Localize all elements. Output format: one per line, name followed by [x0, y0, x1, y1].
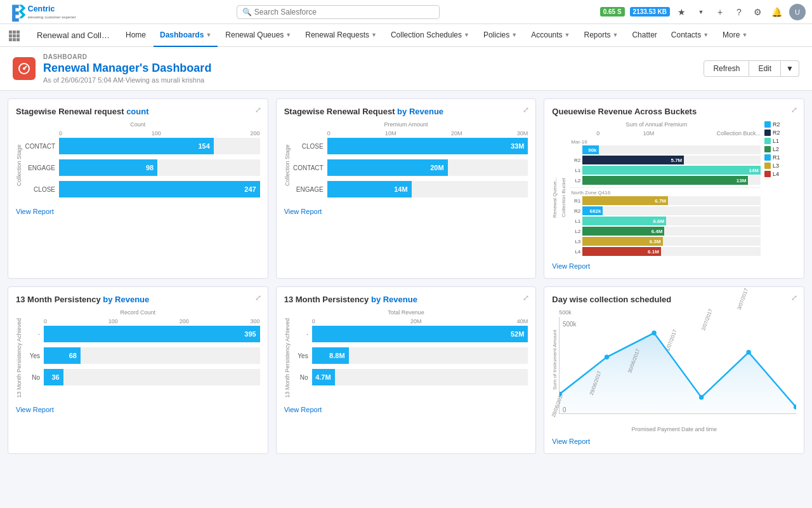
- chart2-x-tick-0: 0: [327, 130, 331, 137]
- chevron-down-icon[interactable]: ▼: [694, 5, 708, 19]
- nav-reports[interactable]: Reports ▼: [578, 24, 625, 47]
- nav-home-label: Home: [126, 30, 146, 39]
- dashboard-actions-dropdown[interactable]: ▼: [781, 60, 799, 77]
- refresh-button[interactable]: Refresh: [704, 60, 749, 77]
- chart3-title: Queuewise Revenue Across Buckets: [552, 107, 796, 116]
- chart4-title-plain: 13 Month Persistency: [16, 295, 103, 304]
- nav-home[interactable]: Home: [119, 24, 152, 47]
- kb-badge: 2133.53 KB: [630, 7, 670, 17]
- chart5-bar-value-0: 52M: [312, 326, 528, 342]
- legend-label-r2-1: R2: [773, 121, 780, 128]
- chart2-x-tick-1: 10M: [385, 130, 396, 137]
- chart3-bar-13m: 13M: [582, 176, 748, 185]
- chart6-y-label: Sum of Instrument Amount: [552, 309, 558, 411]
- chart3-content: Sum of Annual Premium 0 10M Collection B…: [552, 121, 796, 257]
- chart6-content: Sum of Instrument Amount 500k: [552, 309, 796, 411]
- chart2-title: Stagewise Renewal Request by Revenue: [284, 107, 528, 116]
- nav-collection-schedules-label: Collection Schedules: [391, 30, 462, 39]
- star-icon[interactable]: ★: [675, 5, 689, 19]
- svg-rect-4: [9, 30, 12, 34]
- legend-label-r2-2: R2: [773, 130, 780, 136]
- search-bar[interactable]: 🔍: [237, 5, 440, 19]
- chart2-x-tick-2: 20M: [451, 130, 462, 137]
- nav-renewal-requests-chevron: ▼: [371, 32, 377, 38]
- chart-stagewise-count: Stagewise Renewal request count ⤢ Count …: [8, 98, 268, 279]
- chart3-row-label-r2: R2: [570, 157, 582, 163]
- legend-label-l3: L3: [773, 163, 779, 169]
- dash-title-block: DASHBOARD Renewal Manager's Dashboard As…: [43, 53, 211, 84]
- avatar[interactable]: U: [789, 4, 806, 20]
- chart1-title: Stagewise Renewal request count: [16, 107, 260, 116]
- chart1-bar-label-0: CONTACT: [23, 143, 59, 150]
- chart1-y-label: Collection Stage: [16, 130, 22, 200]
- nav-contacts[interactable]: Contacts ▼: [665, 24, 715, 47]
- chart6-view-report[interactable]: View Report: [552, 438, 590, 445]
- chart4-bar-chart: Record Count 13 Month Persistency Achiev…: [16, 309, 260, 398]
- nav-accounts[interactable]: Accounts ▼: [525, 24, 576, 47]
- nav-reports-label: Reports: [584, 30, 611, 39]
- dashboard-title: Renewal Manager's Dashboard: [43, 62, 211, 75]
- chart5-bar-label-0: ·: [292, 331, 312, 338]
- logo-area: Centric elevating customer experiences: [6, 3, 76, 22]
- app-menu-icon[interactable]: [5, 27, 23, 44]
- chart6-expand-icon[interactable]: ⤢: [791, 293, 797, 302]
- help-icon[interactable]: ?: [732, 5, 746, 19]
- nav-renewal-requests[interactable]: Renewal Requests ▼: [299, 24, 383, 47]
- legend-color-l2: [764, 146, 771, 152]
- chart2-title-highlight: by Revenue: [397, 107, 443, 116]
- chart5-view-report[interactable]: View Report: [284, 406, 322, 413]
- nav-collection-schedules[interactable]: Collection Schedules ▼: [384, 24, 476, 47]
- legend-color-l4: [764, 171, 771, 177]
- svg-point-20: [747, 350, 751, 355]
- nav-chatter[interactable]: Chatter: [625, 24, 663, 47]
- chart2-view-report[interactable]: View Report: [284, 208, 322, 215]
- chart4-x-tick-1: 100: [108, 318, 118, 324]
- chart3-view-report[interactable]: View Report: [552, 262, 590, 270]
- nav-more[interactable]: More ▼: [716, 24, 754, 47]
- chart5-x-tick-1: 20M: [410, 318, 422, 324]
- nav-dashboards[interactable]: Dashboards ▼: [154, 24, 218, 47]
- nav-policies[interactable]: Policies ▼: [477, 24, 523, 47]
- svg-rect-9: [16, 34, 20, 37]
- chart1-expand-icon[interactable]: ⤢: [255, 105, 261, 114]
- chart1-x-tick-2: 200: [251, 130, 260, 137]
- nav-chatter-label: Chatter: [632, 30, 657, 39]
- nav-policies-chevron: ▼: [511, 32, 517, 38]
- chart-persistency-revenue: 13 Month Persistency by Revenue ⤢ Total …: [276, 286, 537, 454]
- chart3-row-label-r2-2: R2: [570, 208, 582, 214]
- chart4-x-tick-3: 300: [251, 318, 260, 324]
- legend-item-l1: L1: [764, 138, 796, 144]
- chart3-row-label-l2: L2: [570, 178, 582, 184]
- bell-icon[interactable]: 🔔: [770, 5, 784, 19]
- chart4-bar-label-2: No: [23, 374, 44, 381]
- chart5-expand-icon[interactable]: ⤢: [523, 293, 529, 302]
- chart4-expand-icon[interactable]: ⤢: [255, 293, 261, 302]
- svg-text:elevating customer experiences: elevating customer experiences: [28, 14, 76, 18]
- nav-dashboards-label: Dashboards: [160, 30, 204, 39]
- settings-icon[interactable]: ⚙: [751, 5, 765, 19]
- chart4-view-report[interactable]: View Report: [16, 406, 54, 413]
- legend-color-r1: [764, 154, 771, 161]
- chart3-expand-icon[interactable]: ⤢: [791, 105, 797, 114]
- chart4-bar-label-0: ·: [23, 331, 44, 338]
- nav-renewal-queues[interactable]: Renewal Queues ▼: [219, 24, 298, 47]
- svg-rect-8: [13, 34, 16, 37]
- chart4-bar-label-1: Yes: [23, 352, 44, 359]
- svg-rect-5: [13, 30, 16, 34]
- nav-renewal-requests-label: Renewal Requests: [305, 30, 369, 39]
- search-input[interactable]: [254, 8, 434, 17]
- chart1-view-report[interactable]: View Report: [16, 208, 54, 215]
- chart6-title: Day wise collection scheduled: [552, 295, 796, 304]
- chart3-title-text: Queuewise Revenue Across Buckets: [552, 107, 697, 116]
- chart2-bar-value-2: 14M: [327, 181, 412, 197]
- add-icon[interactable]: +: [713, 5, 727, 19]
- chart2-bar-value-1: 20M: [327, 159, 448, 176]
- chart2-y-label: Collection Stage: [284, 130, 291, 200]
- nav-policies-label: Policies: [483, 30, 509, 39]
- chart2-expand-icon[interactable]: ⤢: [523, 105, 529, 114]
- chart5-x-tick-0: 0: [312, 318, 315, 324]
- edit-button[interactable]: Edit: [749, 60, 781, 77]
- svg-point-19: [699, 395, 704, 400]
- chart1-title-plain: Stagewise Renewal request: [16, 107, 126, 116]
- dashboard-header: DASHBOARD Renewal Manager's Dashboard As…: [0, 47, 812, 91]
